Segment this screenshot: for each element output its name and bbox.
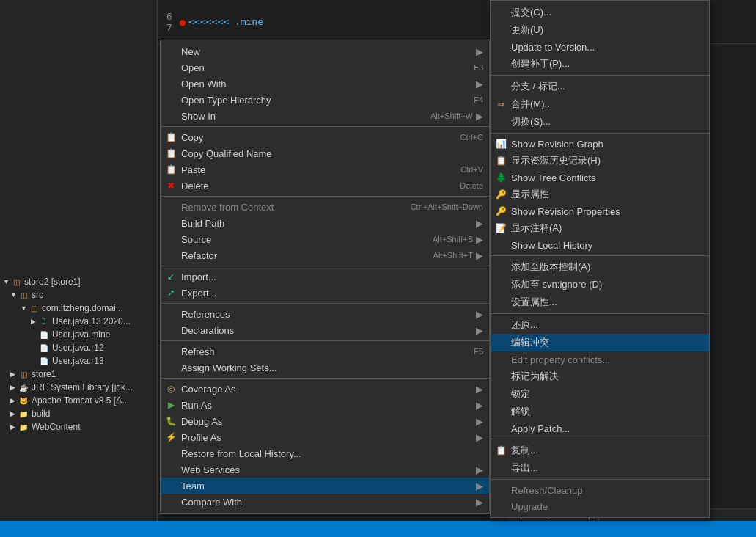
separator [161, 196, 489, 197]
tree-label: src [32, 290, 43, 300]
jar-icon: ☕ [18, 381, 29, 393]
menu-item-source[interactable]: Source Alt+Shift+S ▶ [161, 231, 489, 247]
menu-item-update[interactable]: 更新(U) [491, 21, 709, 39]
tree-item-userr12[interactable]: ▶ 📄 User.java.r12 [0, 341, 157, 354]
menu-item-declarations[interactable]: Declarations ▶ [161, 322, 489, 338]
revision-graph-icon: 📊 [495, 138, 507, 150]
delete-icon: ✖ [165, 180, 177, 191]
menu-item-show-revision-graph[interactable]: 📊 Show Revision Graph [491, 136, 709, 152]
context-menu-left: New ▶ Open F3 Open With ▶ Open Type Hier… [160, 40, 490, 514]
menu-item-show-history[interactable]: 📋 显示资源历史记录(H) [491, 152, 709, 169]
tree-arrow: ▶ [10, 423, 18, 431]
menu-item-import[interactable]: ↙ Import... [161, 268, 489, 285]
menu-item-new[interactable]: New ▶ [161, 43, 489, 59]
file-icon: 📄 [38, 342, 50, 354]
tree-arrow: ▶ [10, 397, 18, 404]
profile-icon: ⚡ [165, 431, 177, 443]
menu-item-edit-conflict[interactable]: 编辑冲突 [491, 334, 709, 351]
menu-item-merge[interactable]: ⇒ 合并(M)... [491, 95, 709, 113]
tree-item-src[interactable]: ▼ ◫ src [0, 288, 157, 302]
menu-item-revert[interactable]: 还原... [491, 316, 709, 334]
separator [491, 439, 709, 439]
menu-item-unlock[interactable]: 解锁 [491, 403, 709, 420]
folder-icon: 📁 [18, 408, 29, 420]
menu-item-refresh[interactable]: Refresh F5 [161, 343, 489, 359]
tree-item-userjava[interactable]: ▶ J User.java 13 2020... [0, 315, 157, 328]
menu-item-upgrade: Upgrade [491, 498, 709, 514]
line-number-7: 7 [166, 22, 172, 33]
menu-item-show-in[interactable]: Show In Alt+Shift+W ▶ [161, 108, 489, 124]
menu-item-apply-patch[interactable]: Apply Patch... [491, 420, 709, 436]
menu-item-add-svn-ignore[interactable]: 添加至 svn:ignore (D) [491, 276, 709, 293]
menu-item-delete[interactable]: ✖ Delete Delete [161, 178, 489, 194]
menu-item-copy-qualified[interactable]: 📋 Copy Qualified Name [161, 145, 489, 161]
menu-item-create-patch[interactable]: 创建补丁(P)... [491, 55, 709, 73]
menu-item-build-path[interactable]: Build Path ▶ [161, 215, 489, 231]
menu-item-show-annotations[interactable]: 📝 显示注释(A) [491, 219, 709, 237]
menu-item-refactor[interactable]: Refactor Alt+Shift+T ▶ [161, 247, 489, 263]
menu-item-restore-local[interactable]: Restore from Local History... [161, 445, 489, 461]
folder-icon: 📁 [18, 421, 29, 433]
menu-item-set-properties[interactable]: 设置属性... [491, 293, 709, 311]
menu-item-show-tree-conflicts[interactable]: 🌲 Show Tree Conflicts [491, 169, 709, 186]
tree-item-webcontent[interactable]: ▶ 📁 WebContent [0, 420, 157, 434]
menu-item-export[interactable]: ↗ Export... [161, 285, 489, 301]
import-icon: ↙ [165, 271, 177, 282]
menu-item-update-to-version[interactable]: Update to Version... [491, 39, 709, 55]
menu-item-lock[interactable]: 锁定 [491, 385, 709, 403]
menu-item-branch-tag[interactable]: 分支 / 标记... [491, 78, 709, 95]
menu-item-switch[interactable]: 切换(S)... [491, 113, 709, 131]
package-icon: ◫ [10, 276, 22, 288]
export-icon: ↗ [165, 287, 177, 299]
menu-item-paste[interactable]: 📋 Paste Ctrl+V [161, 161, 489, 178]
menu-item-copy[interactable]: 📋 Copy Ctrl+C [161, 129, 489, 145]
file-icon: 📄 [38, 329, 50, 340]
menu-item-references[interactable]: References ▶ [161, 306, 489, 322]
jar-icon: 🐱 [18, 395, 29, 406]
menu-item-open[interactable]: Open F3 [161, 59, 489, 76]
menu-item-show-local-history[interactable]: Show Local History [491, 237, 709, 253]
menu-item-web-services[interactable]: Web Services ▶ [161, 461, 489, 478]
tree-arrow: ▼ [3, 278, 10, 285]
tree-item-store1[interactable]: ▶ ◫ store1 [0, 368, 157, 381]
menu-item-assign-working[interactable]: Assign Working Sets... [161, 359, 489, 376]
package-icon: ◫ [18, 289, 29, 301]
menu-item-profile-as[interactable]: ⚡ Profile As ▶ [161, 429, 489, 445]
project-tree: ▼ ◫ store2 [store1] ▼ ◫ src ▼ ◫ com.itzh… [0, 0, 158, 537]
tree-item-userr13[interactable]: ▶ 📄 User.java.r13 [0, 354, 157, 368]
menu-item-open-type-hierarchy[interactable]: Open Type Hierarchy F4 [161, 92, 489, 108]
separator [491, 479, 709, 480]
tree-item-jre[interactable]: ▶ ☕ JRE System Library [jdk... [0, 381, 157, 394]
paste-icon: 📋 [165, 164, 177, 175]
revision-props-icon: 🔑 [495, 205, 507, 217]
menu-item-compare-with[interactable]: Compare With ▶ [161, 494, 489, 510]
menu-item-copy-to[interactable]: 📋 复制... [491, 442, 709, 459]
tree-conflicts-icon: 🌲 [495, 172, 507, 183]
menu-item-coverage-as[interactable]: ◎ Coverage As ▶ [161, 381, 489, 397]
menu-item-mark-resolved[interactable]: 标记为解决 [491, 368, 709, 385]
tree-label: store2 [store1] [24, 277, 81, 287]
menu-item-run-as[interactable]: ▶ Run As ▶ [161, 397, 489, 413]
tree-item-usermine[interactable]: ▶ 📄 User.java.mine [0, 328, 157, 341]
tree-label: User.java.r12 [52, 343, 104, 353]
class-icon: J [38, 315, 50, 327]
merge-icon: ⇒ [495, 98, 507, 110]
tree-item-com[interactable]: ▼ ◫ com.itzheng.domai... [0, 302, 157, 315]
tree-item-store2[interactable]: ▼ ◫ store2 [store1] [0, 275, 157, 288]
menu-item-edit-property-conflicts: Edit property conflicts... [491, 351, 709, 368]
menu-item-show-revision-props[interactable]: 🔑 Show Revision Properties [491, 203, 709, 219]
context-menu-right: 提交(C)... 更新(U) Update to Version... 创建补丁… [490, 0, 710, 518]
menu-item-export-menu[interactable]: 导出... [491, 459, 709, 477]
menu-item-debug-as[interactable]: 🐛 Debug As ▶ [161, 413, 489, 429]
menu-item-team[interactable]: Team ▶ [161, 478, 489, 494]
menu-item-commit[interactable]: 提交(C)... [491, 4, 709, 21]
tree-item-build[interactable]: ▶ 📁 build [0, 407, 157, 420]
separator [491, 313, 709, 314]
menu-item-add-version-control[interactable]: 添加至版本控制(A) [491, 258, 709, 276]
menu-item-remove-context: Remove from Context Ctrl+Alt+Shift+Down [161, 199, 489, 215]
annotations-icon: 📝 [495, 222, 507, 234]
menu-item-show-properties[interactable]: 🔑 显示属性 [491, 186, 709, 203]
copy-to-icon: 📋 [495, 445, 507, 456]
tree-item-tomcat[interactable]: ▶ 🐱 Apache Tomcat v8.5 [A... [0, 394, 157, 407]
menu-item-open-with[interactable]: Open With ▶ [161, 76, 489, 92]
